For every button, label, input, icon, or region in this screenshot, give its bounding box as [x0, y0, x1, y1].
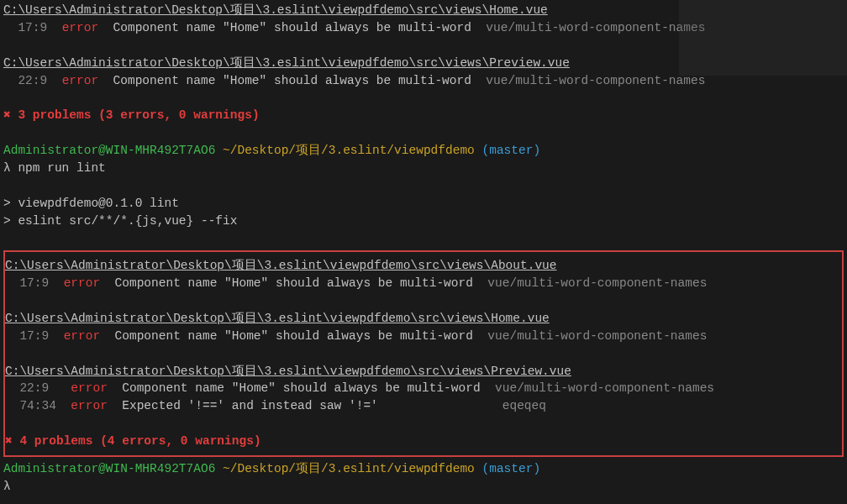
blank [3, 89, 844, 107]
blank [5, 415, 842, 433]
npm-output: > eslint src/**/*.{js,vue} --fix [3, 213, 844, 230]
problem-summary: ✖ 4 problems (4 errors, 0 warnings) [5, 433, 842, 450]
faded-panel [679, 0, 847, 76]
npm-output: > viewpdfdemo@0.1.0 lint [3, 195, 844, 213]
prompt-line: Administrator@WIN-MHR492T7AO6 ~/Desktop/… [3, 142, 844, 160]
command-line[interactable]: λ [3, 478, 844, 496]
error-line: 74:34 error Expected '!==' and instead s… [5, 397, 842, 415]
error-line: 17:9 error Component name "Home" should … [5, 328, 842, 345]
blank [3, 124, 844, 142]
blank [5, 292, 842, 310]
blank [3, 177, 844, 195]
file-path: C:\Users\Administrator\Desktop\项目\3.esli… [5, 310, 842, 328]
blank [3, 229, 844, 247]
command-line[interactable]: λ npm run lint [3, 160, 844, 177]
problem-summary: ✖ 3 problems (3 errors, 0 warnings) [3, 107, 844, 124]
highlighted-block: C:\Users\Administrator\Desktop\项目\3.esli… [3, 250, 844, 457]
file-path: C:\Users\Administrator\Desktop\项目\3.esli… [5, 363, 842, 381]
blank [5, 345, 842, 363]
prompt-line: Administrator@WIN-MHR492T7AO6 ~/Desktop/… [3, 460, 844, 478]
error-line: 22:9 error Component name "Home" should … [5, 380, 842, 397]
error-line: 17:9 error Component name "Home" should … [5, 275, 842, 292]
file-path: C:\Users\Administrator\Desktop\项目\3.esli… [5, 257, 842, 275]
